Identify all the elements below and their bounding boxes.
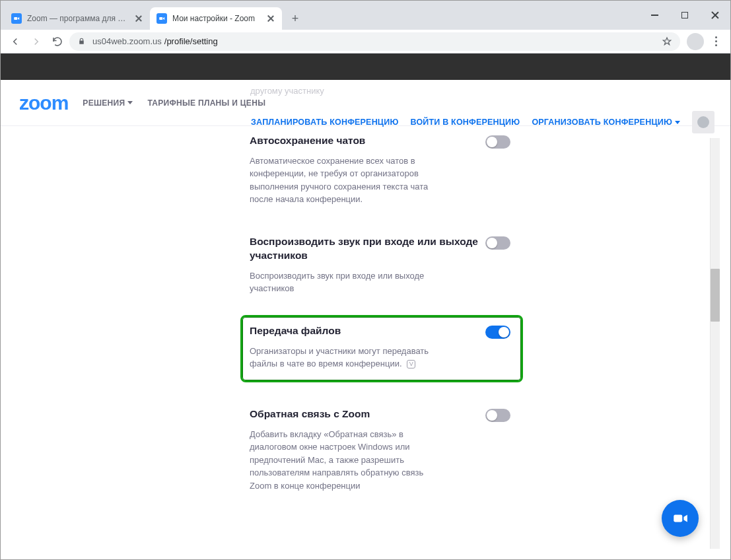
lock-icon bbox=[77, 37, 86, 46]
top-dark-strip bbox=[1, 53, 730, 80]
setting-title: Обратная связь с Zoom bbox=[250, 407, 481, 421]
setting-desc: Автоматическое сохранение всех чатов в к… bbox=[250, 155, 448, 206]
minimize-button[interactable] bbox=[639, 1, 670, 30]
tab-title: Мои настройки - Zoom bbox=[172, 14, 261, 23]
join-meeting-link[interactable]: ВОЙТИ В КОНФЕРЕНЦИЮ bbox=[410, 118, 520, 127]
zoom-help-fab[interactable] bbox=[662, 500, 699, 537]
user-avatar[interactable] bbox=[692, 111, 714, 133]
maximize-button[interactable] bbox=[670, 1, 700, 30]
nav-solutions[interactable]: РЕШЕНИЯ bbox=[83, 98, 133, 108]
url-host: us04web.zoom.us bbox=[92, 36, 162, 46]
window-controls bbox=[639, 1, 730, 30]
browser-toolbar: us04web.zoom.us /profile/setting bbox=[1, 30, 730, 53]
address-bar[interactable]: us04web.zoom.us /profile/setting bbox=[69, 32, 680, 51]
info-icon[interactable]: V bbox=[407, 360, 415, 368]
toggle-file-transfer[interactable] bbox=[485, 326, 510, 339]
setting-desc: Организаторы и участники могут передават… bbox=[250, 345, 448, 370]
browser-titlebar: Zoom — программа для конфе Мои настройки… bbox=[1, 1, 730, 30]
scrollbar-thumb[interactable] bbox=[711, 269, 720, 322]
toggle-autosave-chat[interactable] bbox=[485, 135, 510, 149]
browser-tab-active[interactable]: Мои настройки - Zoom bbox=[150, 7, 282, 30]
forward-button[interactable] bbox=[27, 32, 46, 51]
host-meeting-link[interactable]: ОРГАНИЗОВАТЬ КОНФЕРЕНЦИЮ bbox=[532, 118, 672, 127]
nav-plans-label: ТАРИФНЫЕ ПЛАНЫ И ЦЕНЫ bbox=[147, 98, 265, 108]
page-content: другому участнику zoom РЕШЕНИЯ ТАРИФНЫЕ … bbox=[1, 53, 730, 559]
browser-tab-inactive[interactable]: Zoom — программа для конфе bbox=[5, 7, 150, 30]
setting-title: Автосохранение чатов bbox=[250, 134, 481, 148]
nav-plans[interactable]: ТАРИФНЫЕ ПЛАНЫ И ЦЕНЫ bbox=[147, 98, 265, 108]
toggle-feedback[interactable] bbox=[485, 409, 510, 422]
chevron-down-icon bbox=[127, 101, 133, 104]
setting-desc: Добавить вкладку «Обратная связь» в диал… bbox=[250, 428, 448, 493]
setting-desc: Воспроизводить звук при входе или выходе… bbox=[250, 269, 448, 295]
svg-rect-2 bbox=[674, 515, 682, 522]
chevron-down-icon[interactable] bbox=[675, 121, 680, 124]
nav-solutions-label: РЕШЕНИЯ bbox=[83, 98, 125, 108]
header-actions: ЗАПЛАНИРОВАТЬ КОНФЕРЕНЦИЮ ВОЙТИ В КОНФЕР… bbox=[251, 111, 714, 133]
faded-line: другому участнику bbox=[250, 85, 435, 98]
setting-desc-text: Организаторы и участники могут передават… bbox=[250, 346, 429, 369]
schedule-meeting-link[interactable]: ЗАПЛАНИРОВАТЬ КОНФЕРЕНЦИЮ bbox=[251, 118, 398, 127]
close-icon[interactable] bbox=[134, 14, 143, 23]
toggle-play-sound[interactable] bbox=[485, 236, 510, 250]
faded-previous-setting: другому участнику bbox=[250, 85, 435, 98]
setting-title: Передача файлов bbox=[250, 324, 481, 338]
profile-avatar-icon[interactable] bbox=[687, 33, 704, 50]
browser-tabs: Zoom — программа для конфе Мои настройки… bbox=[5, 7, 304, 30]
zoom-favicon-icon bbox=[11, 13, 22, 24]
settings-list: Автосохранение чатов Автоматическое сохр… bbox=[250, 134, 520, 521]
tab-title: Zoom — программа для конфе bbox=[27, 14, 129, 23]
close-window-button[interactable] bbox=[700, 1, 730, 30]
setting-play-sound: Воспроизводить звук при входе или выходе… bbox=[250, 235, 520, 295]
close-icon[interactable] bbox=[266, 14, 275, 23]
url-path: /profile/setting bbox=[164, 36, 218, 46]
zoom-favicon-icon bbox=[157, 13, 167, 24]
setting-feedback: Обратная связь с Zoom Добавить вкладку «… bbox=[250, 407, 520, 492]
new-tab-button[interactable]: + bbox=[286, 9, 304, 28]
svg-rect-0 bbox=[14, 17, 17, 20]
bookmark-star-icon[interactable] bbox=[662, 36, 672, 47]
setting-file-transfer: Передача файлов Организаторы и участники… bbox=[250, 324, 520, 370]
back-button[interactable] bbox=[6, 32, 24, 51]
scrollbar-track[interactable] bbox=[710, 138, 720, 549]
setting-title: Воспроизводить звук при входе или выходе… bbox=[250, 235, 481, 263]
reload-button[interactable] bbox=[48, 32, 67, 51]
browser-menu-button[interactable] bbox=[707, 36, 725, 46]
setting-autosave-chat: Автосохранение чатов Автоматическое сохр… bbox=[250, 134, 520, 206]
camera-icon bbox=[672, 510, 689, 527]
zoom-logo[interactable]: zoom bbox=[19, 92, 68, 114]
svg-rect-1 bbox=[159, 17, 162, 20]
